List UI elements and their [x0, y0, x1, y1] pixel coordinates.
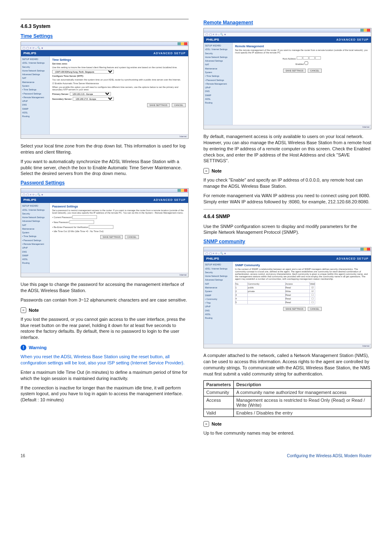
note-text: If you lost the password, or you cannot … [21, 316, 189, 341]
note-heading: ≡ Note [21, 307, 189, 313]
remote-management-heading: Remote Management [203, 20, 371, 25]
section-4-6-4-heading: 4.6.4 SNMP [203, 214, 371, 219]
password-settings-screenshot: ◯ ◯ ✕ ⟳ ⌂ 🔍 ★ PHILIPS ADVANCED SETUP SET… [21, 188, 189, 277]
time-settings-p2: If you want to automatically synchronize… [21, 159, 189, 177]
warning-heading: ! Warning [21, 345, 189, 350]
note-remote-text2: For remote management via WAN IP address… [203, 193, 371, 205]
cancel-button[interactable]: CANCEL [308, 307, 322, 311]
page-number: 16 [21, 454, 25, 458]
note-heading: ≡ Note [203, 421, 371, 427]
current-password-input[interactable] [72, 215, 97, 219]
brand-label: PHILIPS [23, 51, 36, 55]
advanced-setup-label: ADVANCED SETUP [154, 52, 186, 55]
time-settings-screenshot: ◯ ◯ ✕ ⟳ ⌂ 🔍 ★ PHILIPS ADVANCED SETUP SET… [21, 41, 189, 139]
note-icon: ≡ [203, 168, 209, 174]
snmp-intro: Use the SNMP configuration screen to dis… [203, 223, 371, 236]
right-column: Remote Management ◯ ◯ ✕ ⟳ ⌂ 🔍 ★ PHILIPS … [203, 16, 371, 440]
idle-p2: If the connection is inactive for longer… [21, 385, 189, 403]
host-address-input[interactable] [297, 58, 321, 60]
table-row: Access Management access is restricted t… [204, 396, 371, 409]
section-4-6-3-heading: 4.6.3 System [21, 23, 189, 29]
save-settings-button[interactable]: SAVE SETTINGS [283, 69, 306, 73]
snmp-community-screenshot: ◯ ◯ ✕ ⟳ ⌂ 🔍 ★ PHILIPS ADVANCED SETUP SET… [203, 247, 371, 348]
page-footer: 16 Configuring the Wireless ADSL Modem R… [21, 451, 371, 458]
primary-server-select[interactable]: 129.132.2.21 - Europe [70, 92, 111, 96]
save-settings-button[interactable]: SAVE SETTINGS [283, 307, 306, 311]
password-p2: Passwords can contain from 3~12 alphanum… [21, 297, 189, 303]
snmp-community-table: No. Community Access Valid 1publicRead☑ … [235, 282, 315, 304]
save-settings-button[interactable]: SAVE SETTINGS [147, 103, 170, 107]
confirm-password-input[interactable] [89, 225, 113, 229]
param-header-description: Description [233, 380, 371, 388]
cancel-button[interactable]: CANCEL [172, 103, 186, 107]
footer-title: Configuring the Wireless ADSL Modem Rout… [287, 454, 371, 458]
password-settings-heading: Password Settings [21, 180, 189, 186]
remote-management-screenshot: ◯ ◯ ✕ ⟳ ⌂ 🔍 ★ PHILIPS ADVANCED SETUP SET… [203, 28, 371, 129]
save-settings-button[interactable]: SAVE SETTINGS [100, 235, 123, 239]
warning-text: When you reset the ADSL Wireless Base St… [21, 354, 189, 366]
timezone-select[interactable]: (GMT+08:00)Hong Kong, Perth, Singapore [52, 70, 114, 74]
note-snmp-text: Up to five community names may be entere… [203, 430, 371, 436]
parameters-table: Parameters Description Community A commu… [203, 380, 371, 417]
enabled-checkbox[interactable] [304, 61, 308, 65]
password-p1: Use this page to change the password for… [21, 281, 189, 294]
table-row: Valid Enables / Disables the entry [204, 409, 371, 417]
snmp-after-p: A computer attached to the network, call… [203, 352, 371, 377]
cancel-button[interactable]: CANCEL [125, 235, 139, 239]
time-settings-p1: Select your local time zone from the dro… [21, 143, 189, 155]
table-row: Community A community name authorized fo… [204, 388, 371, 396]
sidebar: SETUP WIZARD xDSL / Internet Settings Se… [21, 56, 50, 134]
idle-p1: Enter a maximum Idle Time Out (in minute… [21, 369, 189, 382]
note-icon: ≡ [21, 307, 26, 313]
snmp-community-heading: SNMP community [203, 239, 371, 244]
section-divider [21, 19, 189, 19]
remote-p1: By default, management access is only av… [203, 134, 371, 164]
note-icon: ≡ [203, 421, 209, 427]
note-remote-text1: If you check "Enable" and specify an IP … [203, 177, 371, 189]
new-password-input[interactable] [69, 220, 94, 224]
secondary-server-select[interactable]: 130.149.17.8 - Europe [73, 97, 114, 101]
panel-title: Time Settings [52, 58, 186, 61]
note-heading: ≡ Note [203, 168, 371, 174]
param-header-parameters: Parameters [204, 380, 234, 388]
time-settings-heading: Time Settings [21, 33, 189, 39]
divider [203, 209, 371, 210]
left-column: 4.6.3 System Time Settings ◯ ◯ ✕ ⟳ ⌂ 🔍 ★… [21, 16, 189, 440]
cancel-button[interactable]: CANCEL [308, 69, 322, 73]
warning-icon: ! [21, 345, 26, 350]
